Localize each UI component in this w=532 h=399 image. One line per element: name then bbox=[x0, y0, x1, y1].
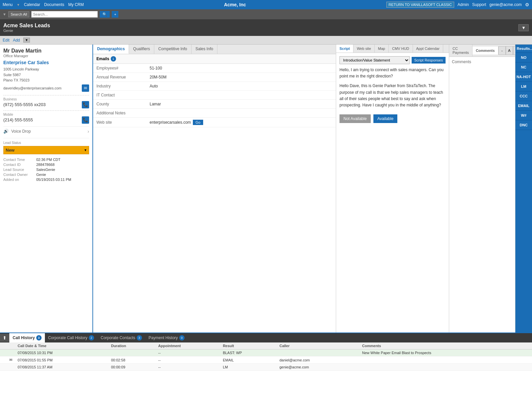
lead-source-value: SalesGenie bbox=[36, 168, 55, 172]
title-bar: Acme Sales Leads Genie ▼ bbox=[0, 19, 532, 36]
result-ccc-btn[interactable]: CCC bbox=[515, 91, 532, 101]
menu-item-menu[interactable]: Menu bbox=[3, 2, 13, 7]
center-panel: Demographics Qualifiers Competitive Info… bbox=[93, 45, 336, 332]
tab-map[interactable]: Map bbox=[375, 45, 389, 53]
admin-link[interactable]: Admin bbox=[458, 2, 469, 7]
employees-label: Employees# bbox=[93, 64, 146, 73]
titlebar-collapse-btn[interactable]: ▼ bbox=[518, 24, 529, 31]
script-type-select[interactable]: Introduction/Value Statement bbox=[339, 56, 410, 64]
result-w-btn[interactable]: W# bbox=[515, 111, 532, 120]
result-nc-btn[interactable]: NC bbox=[515, 63, 532, 72]
mobile-section: Mobile (214) 555-5555 📞 bbox=[3, 110, 89, 124]
added-on-row: Added on 05/19/2015 03:11 PM bbox=[3, 178, 89, 182]
result-email-btn[interactable]: EMAIL bbox=[515, 101, 532, 111]
tab-corporate-contacts[interactable]: Corporate Contacts 3 bbox=[97, 333, 145, 342]
call-history-content: Call Date & Time Duration Appointment Re… bbox=[0, 342, 532, 399]
script-responses-button[interactable]: Script Responses bbox=[412, 57, 446, 64]
call-business-button[interactable]: 📞 bbox=[82, 101, 89, 108]
metadata: Contact Time 02:36 PM CDT Contact ID 288… bbox=[3, 158, 89, 183]
col-duration: Duration bbox=[108, 342, 156, 349]
result-lm-btn[interactable]: LM bbox=[515, 82, 532, 91]
col-icon2 bbox=[7, 342, 15, 349]
script-paragraph-1: Hello, I am trying to connect with sales… bbox=[339, 67, 446, 79]
send-email-button[interactable]: ✉ bbox=[82, 84, 89, 92]
company-name[interactable]: Enterprise Car Sales bbox=[3, 60, 89, 65]
not-available-button[interactable]: Not Available bbox=[339, 114, 371, 123]
contact-owner-label: Contact Owner bbox=[3, 173, 35, 177]
call-history-table: Call Date & Time Duration Appointment Re… bbox=[0, 342, 532, 371]
result-dnc-btn[interactable]: DNC bbox=[515, 120, 532, 130]
menu-item-mycrm[interactable]: My CRM bbox=[68, 2, 84, 7]
tab-website[interactable]: Web site bbox=[353, 45, 375, 53]
bottom-collapse-btn[interactable]: ⬆ bbox=[0, 334, 9, 342]
tab-comments[interactable]: Comments bbox=[472, 47, 498, 55]
search-bar: ▼ Search All 🔍 + bbox=[0, 9, 532, 19]
bottom-tab-bar: ⬆ Call History 3 Corporate Call History … bbox=[0, 333, 532, 342]
script-dropdown-row: Introduction/Value Statement Script Resp… bbox=[339, 56, 446, 64]
tab-script[interactable]: Script bbox=[336, 45, 353, 53]
tab-demographics[interactable]: Demographics bbox=[93, 45, 129, 54]
lead-status-select[interactable]: New Hot Lead Warm Lead Cold Lead bbox=[3, 146, 89, 154]
edit-bar-dropdown[interactable]: ▼ bbox=[23, 38, 30, 43]
website-row: Web site enterprisecarsales.com Go bbox=[93, 118, 336, 127]
search-button[interactable]: 🔍 bbox=[100, 11, 110, 18]
tab-corporate-call-history[interactable]: Corporate Call History 2 bbox=[45, 333, 97, 342]
result-nahot-btn[interactable]: NA-HOT bbox=[515, 72, 532, 82]
business-phone-row: (972) 555-5555 xx203 📞 bbox=[3, 101, 89, 108]
cc-minus-btn[interactable]: - bbox=[498, 46, 506, 55]
history-row-2: ✉ 07/08/2015 01:55 PM 00:02:58 -- EMAIL … bbox=[0, 356, 532, 364]
call-mobile-button[interactable]: 📞 bbox=[82, 116, 89, 124]
edit-link[interactable]: Edit bbox=[3, 38, 10, 43]
contact-id-value: 288478668 bbox=[36, 163, 55, 167]
mobile-phone-label: Mobile bbox=[3, 113, 89, 116]
voicedrop-icon: 🔊 bbox=[3, 129, 9, 134]
history-header-row: Call Date & Time Duration Appointment Re… bbox=[0, 342, 532, 349]
county-row: County Lamar bbox=[93, 100, 336, 109]
contact-time-value: 02:36 PM CDT bbox=[36, 158, 61, 162]
menu-item-calendar[interactable]: Calendar bbox=[24, 2, 40, 7]
tab-appt-calendar[interactable]: Appt Calendar bbox=[413, 45, 443, 53]
business-phone-label: Business bbox=[3, 97, 89, 101]
search-input[interactable] bbox=[31, 11, 98, 18]
tab-cmv-hud[interactable]: CMV HUD bbox=[389, 45, 413, 53]
it-contact-value bbox=[146, 91, 336, 100]
col-result: Result bbox=[220, 342, 277, 349]
tab-call-history[interactable]: Call History 3 bbox=[9, 333, 45, 342]
tab-sales-info[interactable]: Sales Info bbox=[192, 45, 217, 54]
row2-icon2: ✉ bbox=[7, 356, 15, 364]
search-plus-button[interactable]: + bbox=[112, 11, 118, 18]
added-on-value: 05/19/2015 03:11 PM bbox=[36, 178, 71, 182]
return-to-classic-btn[interactable]: RETURN TO VANILLASOFT CLASSIC bbox=[386, 2, 455, 8]
top-nav: Menu ▼ Calendar Documents My CRM Acme, I… bbox=[0, 0, 532, 9]
left-panel: Mr Dave Martin Office Manager Enterprise… bbox=[0, 45, 93, 332]
tab-cc-payments[interactable]: CC Payments bbox=[449, 45, 472, 57]
tab-payment-history[interactable]: Payment History 0 bbox=[145, 333, 188, 342]
industry-label: Industry bbox=[93, 82, 146, 91]
search-all-dropdown[interactable]: Search All bbox=[8, 11, 30, 17]
row3-caller: genie@acme.com bbox=[277, 364, 359, 371]
cc-tab-bar: CC Payments Comments - A + bbox=[449, 45, 515, 57]
support-link[interactable]: Support bbox=[472, 2, 486, 7]
comments-placeholder: Comments bbox=[452, 60, 471, 64]
results-panel: Results... NO NC NA-HOT LM CCC EMAIL W# … bbox=[515, 45, 532, 332]
add-link[interactable]: Add bbox=[13, 38, 20, 43]
tab-qualifiers[interactable]: Qualifiers bbox=[129, 45, 154, 54]
search-dropdown-icon: ▼ bbox=[3, 12, 6, 16]
website-cell: enterprisecarsales.com Go bbox=[146, 118, 336, 127]
col-icon1 bbox=[0, 342, 7, 349]
available-button[interactable]: Available bbox=[373, 114, 397, 123]
payment-history-badge: 0 bbox=[179, 335, 185, 340]
website-go-button[interactable]: Go bbox=[193, 120, 203, 125]
contact-time-label: Contact Time bbox=[3, 158, 35, 162]
tab-competitive-info[interactable]: Competitive Info bbox=[154, 45, 192, 54]
row3-result: LM bbox=[220, 364, 277, 371]
row1-caller bbox=[277, 349, 359, 356]
voicedrop-row[interactable]: 🔊 Voice Drop › bbox=[3, 126, 89, 134]
user-email[interactable]: genie@acme.com bbox=[489, 2, 522, 7]
address-line1: 1005 Lincoln Parkway bbox=[3, 66, 89, 72]
menu-item-documents[interactable]: Documents bbox=[44, 2, 65, 7]
result-no-btn[interactable]: NO bbox=[515, 53, 532, 63]
annual-revenue-value: 20M-50M bbox=[146, 73, 336, 82]
cc-a-btn[interactable]: A bbox=[506, 46, 513, 55]
phone-section: Business (972) 555-5555 xx203 📞 bbox=[3, 95, 89, 108]
